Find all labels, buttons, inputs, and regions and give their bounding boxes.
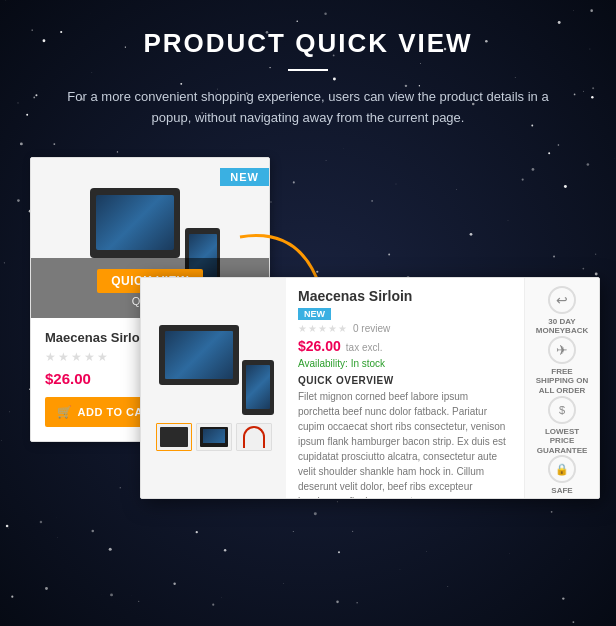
thumb-tablet-icon [160, 427, 188, 447]
popup-trust-badges: ↩ 30 DAYMONEYBACK ✈ FREESHIPPING ON ALL … [524, 278, 599, 498]
section-description: For a more convenient shopping experienc… [48, 87, 568, 129]
star-2: ★ [58, 350, 69, 364]
demo-area: NEW Quick View Quick v Maecenas Sirloin [30, 157, 586, 442]
stock-status: In stock [351, 358, 385, 369]
popup-product-image [141, 278, 286, 498]
safe-shopping-icon: 🔒 [548, 455, 576, 483]
moneyback-text: 30 DAYMONEYBACK [536, 317, 588, 336]
in-stock-text: In stock [351, 358, 385, 369]
page-content: PRODUCT QUICK VIEW For a more convenient… [0, 0, 616, 462]
price-text: LOWESTPRICE GUARANTEE [531, 427, 593, 456]
popup-product-details: Maecenas Sirloin NEW ★ ★ ★ ★ ★ 0 review [286, 278, 524, 498]
popup-phone-screen [246, 365, 270, 409]
thumbnail-1[interactable] [156, 423, 192, 451]
popup-new-badge: NEW [298, 308, 331, 320]
page-title: PRODUCT QUICK VIEW [20, 28, 596, 59]
shipping-badge: ✈ FREESHIPPING ON ALL ORDER [531, 336, 593, 396]
title-divider [288, 69, 328, 71]
thumbnail-3[interactable] [236, 423, 272, 451]
popup-tax: tax excl. [346, 342, 383, 353]
shipping-icon: ✈ [548, 336, 576, 364]
popup-stars: ★ ★ ★ ★ ★ [298, 323, 347, 334]
popup-thumbnails [156, 423, 272, 451]
popup-star-4: ★ [328, 323, 337, 334]
thumb-laptop-icon [200, 427, 228, 447]
shipping-text: FREESHIPPING ON ALL ORDER [531, 367, 593, 396]
popup-star-3: ★ [318, 323, 327, 334]
moneyback-badge: ↩ 30 DAYMONEYBACK [531, 286, 593, 336]
price-icon: $ [548, 396, 576, 424]
quickview-popup: Maecenas Sirloin NEW ★ ★ ★ ★ ★ 0 review [140, 277, 600, 499]
star-1: ★ [45, 350, 56, 364]
popup-star-1: ★ [298, 323, 307, 334]
popup-rating-row: ★ ★ ★ ★ ★ 0 review [298, 323, 512, 334]
popup-star-2: ★ [308, 323, 317, 334]
popup-review-count: 0 review [353, 323, 390, 334]
new-badge: NEW [220, 168, 269, 186]
popup-phone [242, 360, 274, 415]
thumbnail-2[interactable] [196, 423, 232, 451]
safe-shopping-badge: 🔒 SAFESHOPPING GUARANTEE [531, 455, 593, 498]
cart-icon: 🛒 [57, 405, 73, 419]
popup-availability: Availability: In stock [298, 358, 512, 369]
popup-star-5: ★ [338, 323, 347, 334]
popup-device-illustration [154, 325, 274, 415]
price-badge: $ LOWESTPRICE GUARANTEE [531, 396, 593, 456]
thumb-headphones-icon [243, 426, 265, 448]
star-3: ★ [71, 350, 82, 364]
popup-tablet-screen [165, 331, 233, 379]
tablet-screen [96, 195, 174, 250]
star-5: ★ [97, 350, 108, 364]
popup-tablet [159, 325, 239, 385]
moneyback-icon: ↩ [548, 286, 576, 314]
star-4: ★ [84, 350, 95, 364]
popup-price: $26.00 [298, 338, 341, 354]
safe-shopping-text: SAFESHOPPING GUARANTEE [531, 486, 593, 498]
tablet-device [90, 188, 180, 258]
popup-product-name: Maecenas Sirloin [298, 288, 512, 304]
popup-inner: Maecenas Sirloin NEW ★ ★ ★ ★ ★ 0 review [141, 278, 599, 498]
availability-label: Availability: [298, 358, 348, 369]
popup-description: Filet mignon corned beef labore ipsum po… [298, 389, 512, 498]
popup-section-title: QUICK OVERVIEW [298, 375, 512, 386]
